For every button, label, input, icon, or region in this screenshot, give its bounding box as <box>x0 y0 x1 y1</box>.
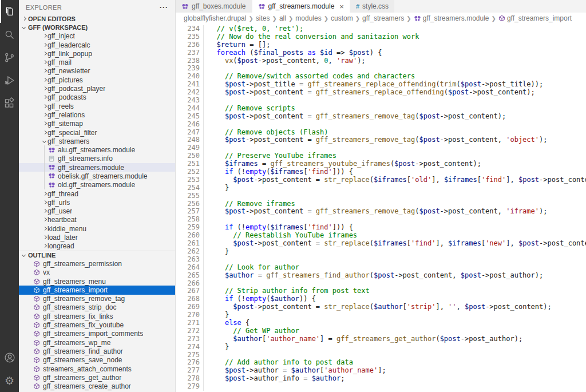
line-number[interactable]: 259 <box>176 224 200 232</box>
code-line[interactable]: 237 foreach ($final_posts as $id => $pos… <box>176 49 586 57</box>
line-number[interactable]: 275 <box>176 351 200 359</box>
line-number[interactable]: 269 <box>176 303 200 311</box>
code-line[interactable]: 260 // Reestablish YouTube iframes <box>176 232 586 240</box>
line-number[interactable]: 256 <box>176 200 200 208</box>
code-text[interactable]: // Remove iframes <box>203 200 295 208</box>
tree-folder-kiddie_menu[interactable]: kiddie_menu <box>19 224 175 233</box>
code-text[interactable] <box>203 65 208 73</box>
line-number[interactable]: 235 <box>176 33 200 41</box>
outline-item-gff_streamers_strip_doc[interactable]: gff_streamers_strip_doc <box>19 303 175 312</box>
tree-file-obelisk.gff_streamers.module[interactable]: obelisk.gff_streamers.module <box>19 172 175 180</box>
line-number[interactable]: 258 <box>176 216 200 224</box>
line-number[interactable]: 251 <box>176 160 200 168</box>
code-line[interactable]: 271 else { <box>176 319 586 327</box>
more-actions-icon[interactable]: ··· <box>160 3 168 11</box>
tree-folder-load_later[interactable]: load_later <box>19 233 175 241</box>
code-text[interactable]: $post->post_content = gff_streamers_remo… <box>203 113 506 121</box>
code-line[interactable]: 261 $post->post_content = str_replace($i… <box>176 240 586 248</box>
outline-item-gff_streamers_import_comments[interactable]: gff_streamers_import_comments <box>19 330 175 338</box>
line-number[interactable]: 260 <box>176 232 200 240</box>
code-text[interactable]: else { <box>203 319 250 327</box>
code-text[interactable]: $post->post_title = gff_streamers_replac… <box>203 81 543 89</box>
code-line[interactable]: 243 <box>176 97 586 105</box>
tree-folder-gff_sitemap[interactable]: gff_sitemap <box>19 120 175 128</box>
line-number[interactable]: 236 <box>176 41 200 49</box>
line-number[interactable]: 242 <box>176 89 200 97</box>
code-text[interactable]: if (!empty($iframes['find'])) { <box>203 168 353 176</box>
outline-item-gff_streamers_menu[interactable]: gff_streamers_menu <box>19 277 175 286</box>
code-line[interactable]: 240 // Remove/switch assorted codes and … <box>176 73 586 81</box>
code-text[interactable]: } <box>203 343 229 351</box>
activity-run-debug-button[interactable] <box>0 69 19 92</box>
code-text[interactable]: if (!empty($iframes['find'])) { <box>203 224 353 232</box>
line-number[interactable]: 255 <box>176 192 200 200</box>
outline-item-gff_streamers_remove_tag[interactable]: gff_streamers_remove_tag <box>19 295 175 303</box>
workspace-section[interactable]: GFF (WORKSPACE) <box>19 23 175 31</box>
tree-folder-gff_special_filter[interactable]: gff_special_filter <box>19 128 175 137</box>
outline-item-gff_streamers_permission[interactable]: gff_streamers_permission <box>19 259 175 268</box>
line-number[interactable]: 268 <box>176 295 200 303</box>
breadcrumb-item-gff_streamers.module[interactable]: gff_streamers.module <box>414 14 489 22</box>
code-line[interactable]: 255 <box>176 192 586 200</box>
code-line[interactable]: 254 } <box>176 184 586 192</box>
code-text[interactable]: $post->post_content = str_replace($ifram… <box>203 240 586 248</box>
tree-folder-gff_link_popup[interactable]: gff_link_popup <box>19 49 175 58</box>
code-line[interactable]: 277 $post->author = $author['author_name… <box>176 367 586 375</box>
activity-extensions-button[interactable] <box>0 92 19 114</box>
code-text[interactable]: vx($post->post_content, 0, 'raw'); <box>203 57 366 65</box>
tree-folder-gff_podcast_player[interactable]: gff_podcast_player <box>19 84 175 93</box>
code-line[interactable]: 253 $post->post_content = str_replace($i… <box>176 176 586 184</box>
line-number[interactable]: 279 <box>176 383 200 391</box>
code-line[interactable]: 245 $post->post_content = gff_streamers_… <box>176 113 586 121</box>
code-line[interactable]: 274 } <box>176 343 586 351</box>
tree-folder-gff_podcasts[interactable]: gff_podcasts <box>19 93 175 102</box>
code-text[interactable]: // Remove scripts <box>203 105 295 113</box>
code-line[interactable]: 258 <box>176 216 586 224</box>
close-icon[interactable]: × <box>339 3 344 10</box>
breadcrumb-item-all[interactable]: all <box>279 14 286 22</box>
code-text[interactable]: // Look for author <box>203 264 299 272</box>
code-text[interactable]: $author = gff_streamers_find_author($pos… <box>203 272 543 280</box>
tree-file-gff_streamers.info[interactable]: gff_streamers.info <box>19 155 175 163</box>
code-line[interactable]: 251 $iframes = gff_streamers_youtube_ifr… <box>176 160 586 168</box>
line-number[interactable]: 238 <box>176 57 200 65</box>
line-number[interactable]: 241 <box>176 81 200 89</box>
code-line[interactable]: 263 <box>176 256 586 264</box>
outline-item-vx[interactable]: vx <box>19 268 175 277</box>
line-number[interactable]: 254 <box>176 184 200 192</box>
settings-button[interactable]: ⚙ <box>0 369 19 392</box>
code-line[interactable]: 256 // Remove iframes <box>176 200 586 208</box>
code-line[interactable]: 272 // Get WP author <box>176 327 586 335</box>
line-number[interactable]: 273 <box>176 335 200 343</box>
code-text[interactable]: $post->post_content = gff_streamers_remo… <box>203 136 547 144</box>
code-line[interactable]: 259 if (!empty($iframes['find'])) { <box>176 224 586 232</box>
line-number[interactable]: 245 <box>176 113 200 121</box>
line-number[interactable]: 237 <box>176 49 200 57</box>
code-line[interactable]: 278 $post->author_info = $author; <box>176 375 586 383</box>
line-number[interactable]: 252 <box>176 168 200 176</box>
breadcrumb-item-gff_streamers[interactable]: gff_streamers <box>362 14 404 22</box>
line-number[interactable]: 257 <box>176 208 200 216</box>
code-text[interactable]: // Add author info to post data <box>203 359 353 367</box>
code-text[interactable]: $post->post_content = str_replace($autho… <box>203 303 552 311</box>
code-text[interactable]: if (!empty($author)) { <box>203 295 316 303</box>
tree-file-old.gff_streamers.module[interactable]: old.gff_streamers.module <box>19 181 175 189</box>
line-number[interactable]: 234 <box>176 25 200 33</box>
outline-item-gff_streamers_fix_links[interactable]: gff_streamers_fix_links <box>19 312 175 320</box>
breadcrumb-item-modules[interactable]: modules <box>295 14 321 22</box>
tree-folder-gff_pictures[interactable]: gff_pictures <box>19 76 175 84</box>
code-line[interactable]: 241 $post->post_title = gff_streamers_re… <box>176 81 586 89</box>
tree-folder-gff_urls[interactable]: gff_urls <box>19 198 175 207</box>
line-number[interactable]: 246 <box>176 121 200 129</box>
code-line[interactable]: 248 $post->post_content = gff_streamers_… <box>176 136 586 144</box>
tree-folder-gff_newsletter[interactable]: gff_newsletter <box>19 67 175 76</box>
open-editors-section[interactable]: OPEN EDITORS <box>19 14 175 23</box>
tree-folder-longread[interactable]: longread <box>19 242 175 251</box>
code-text[interactable]: } <box>203 311 229 319</box>
code-line[interactable]: 234 // v($ret, 0, 'ret'); <box>176 25 586 33</box>
line-number[interactable]: 239 <box>176 65 200 73</box>
line-number[interactable]: 266 <box>176 280 200 288</box>
code-text[interactable] <box>203 383 208 391</box>
tree-folder-gff_leadercalc[interactable]: gff_leadercalc <box>19 41 175 49</box>
line-number[interactable]: 250 <box>176 152 200 160</box>
